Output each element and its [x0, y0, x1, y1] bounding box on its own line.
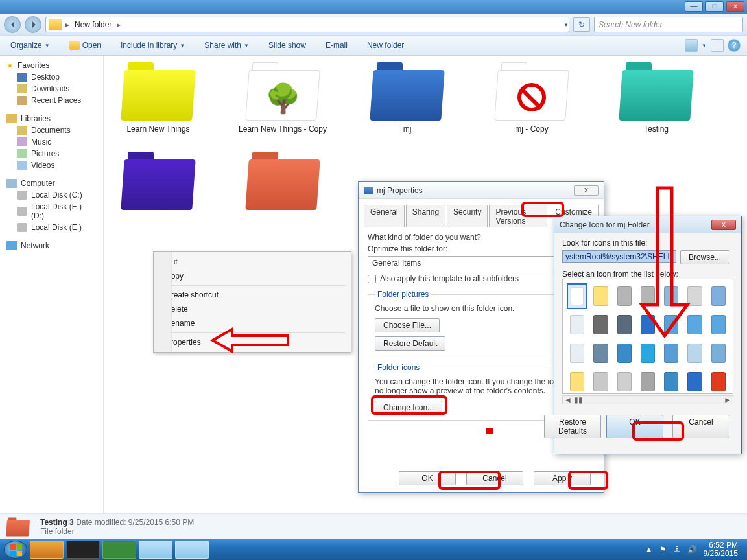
sidebar-computer-header[interactable]: Computer	[0, 178, 103, 189]
sidebar-item-recent[interactable]: Recent Places	[0, 95, 103, 106]
checkbox-input[interactable]	[368, 275, 376, 283]
change-icon-close-button[interactable]: x	[711, 220, 736, 230]
sidebar-favorites-header[interactable]: ★Favorites	[0, 60, 103, 71]
sidebar-item-documents[interactable]: Documents	[0, 124, 103, 136]
sidebar-item-downloads[interactable]: Downloads	[0, 83, 103, 95]
refresh-button[interactable]: ↻	[573, 18, 590, 32]
icon-choice[interactable]	[637, 369, 658, 394]
ctx-properties[interactable]: Properties	[155, 335, 350, 349]
properties-tab-previous-versions[interactable]: Previous Versions	[489, 205, 547, 228]
icon-choice[interactable]	[684, 283, 705, 309]
ctx-delete[interactable]: Delete	[155, 302, 350, 316]
icon-choice[interactable]	[661, 369, 682, 394]
properties-tab-sharing[interactable]: Sharing	[406, 205, 445, 228]
taskbar-item[interactable]	[66, 541, 100, 559]
new-folder-button[interactable]: New folder	[363, 39, 408, 52]
icon-choice[interactable]	[590, 340, 611, 366]
view-mode-dropdown-icon[interactable]: ▼	[702, 43, 707, 49]
file-item[interactable]	[237, 152, 328, 214]
icon-choice[interactable]	[590, 312, 611, 338]
breadcrumb-segment[interactable]: New folder	[71, 20, 115, 29]
sidebar-item-pictures[interactable]: Pictures	[0, 148, 103, 159]
restore-defaults-button[interactable]: Restore Defaults	[544, 415, 601, 438]
search-input[interactable]: Search New folder	[594, 17, 743, 32]
window-close-button[interactable]: x	[726, 1, 744, 12]
tray-chevron-icon[interactable]: ▲	[645, 545, 653, 554]
file-item[interactable]: mj - Copy	[486, 62, 577, 134]
icon-choice[interactable]	[708, 369, 729, 394]
icon-choice[interactable]	[661, 340, 682, 366]
sidebar-item-disk-c[interactable]: Local Disk (C:)	[0, 189, 103, 201]
email-button[interactable]: E-mail	[322, 39, 351, 52]
icon-grid-scrollbar[interactable]: ◄ ▮▮►	[562, 395, 733, 404]
file-item[interactable]: Testing	[611, 62, 702, 134]
icon-choice[interactable]	[590, 283, 611, 309]
back-button[interactable]	[4, 16, 21, 33]
file-item[interactable]: Learn New Things	[113, 62, 204, 134]
icon-choice[interactable]	[567, 283, 587, 309]
ctx-rename[interactable]: Rename	[155, 316, 350, 331]
change-icon-titlebar[interactable]: Change Icon for mj Folder x	[554, 216, 741, 233]
ctx-copy[interactable]: Copy	[155, 269, 350, 283]
preview-pane-button[interactable]	[711, 39, 724, 52]
sidebar-item-desktop[interactable]: Desktop	[0, 71, 103, 83]
restore-default-button[interactable]: Restore Default	[375, 336, 445, 351]
icon-choice[interactable]	[637, 340, 658, 366]
sidebar-item-music[interactable]: Music	[0, 136, 103, 148]
ctx-create-shortcut[interactable]: Create shortcut	[155, 288, 350, 302]
icon-choice[interactable]	[708, 340, 729, 366]
icon-path-input[interactable]	[562, 250, 676, 263]
start-button[interactable]	[4, 541, 27, 559]
help-button[interactable]: ?	[728, 39, 741, 52]
taskbar-item-chrome[interactable]	[139, 541, 172, 559]
tray-volume-icon[interactable]: 🔊	[687, 545, 697, 554]
properties-apply-button[interactable]: Apply	[534, 471, 591, 485]
icon-choice[interactable]	[684, 369, 705, 394]
file-item[interactable]: mj	[362, 62, 453, 134]
include-library-menu[interactable]: Include in library ▼	[117, 39, 189, 52]
icon-choice[interactable]	[708, 283, 729, 309]
address-bar[interactable]: ▸ New folder ▸ ▼	[45, 17, 569, 32]
icon-choice[interactable]	[614, 340, 635, 366]
properties-close-button[interactable]: x	[574, 185, 599, 196]
properties-tab-security[interactable]: Security	[447, 205, 488, 228]
icon-choice[interactable]	[684, 340, 705, 366]
address-dropdown-icon[interactable]: ▼	[563, 22, 569, 28]
system-tray[interactable]: ▲ ⚑ 🖧 🔊 6:52 PM 9/25/2015	[645, 541, 743, 558]
properties-tab-general[interactable]: General	[364, 205, 405, 228]
icon-choice[interactable]	[567, 369, 587, 394]
icon-grid[interactable]	[562, 279, 733, 394]
sidebar-network-header[interactable]: Network	[0, 240, 103, 251]
slideshow-button[interactable]: Slide show	[265, 39, 310, 52]
tray-flag-icon[interactable]: ⚑	[659, 545, 667, 554]
change-icon-ok-button[interactable]: OK	[606, 415, 663, 438]
icon-choice[interactable]	[614, 312, 635, 338]
ctx-cut[interactable]: Cut	[155, 255, 350, 269]
sidebar-item-disk-e[interactable]: Local Disk (E:)	[0, 222, 103, 233]
properties-titlebar[interactable]: mj Properties x	[359, 182, 604, 199]
icon-choice[interactable]	[614, 283, 635, 309]
tray-network-icon[interactable]: 🖧	[673, 545, 681, 554]
forward-button[interactable]	[25, 16, 42, 33]
properties-ok-button[interactable]: OK	[399, 471, 456, 485]
change-icon-cancel-button[interactable]: Cancel	[672, 415, 729, 438]
sidebar-libraries-header[interactable]: Libraries	[0, 113, 103, 124]
taskbar-item[interactable]	[102, 541, 136, 559]
file-item[interactable]: 🌳Learn New Things - Copy	[237, 62, 328, 134]
open-button[interactable]: Open	[65, 39, 105, 52]
browse-button[interactable]: Browse...	[680, 250, 729, 264]
choose-file-button[interactable]: Choose File...	[375, 318, 440, 332]
sidebar-item-disk-d[interactable]: Local Disk (E:) (D:)	[0, 201, 103, 222]
icon-choice[interactable]	[708, 312, 729, 338]
change-icon-button[interactable]: Change Icon...	[375, 401, 442, 415]
icon-choice[interactable]	[637, 283, 658, 309]
properties-cancel-button[interactable]: Cancel	[466, 471, 523, 485]
share-with-menu[interactable]: Share with ▼	[200, 39, 253, 52]
icon-choice[interactable]	[567, 340, 587, 366]
window-minimize-button[interactable]: —	[685, 1, 703, 12]
icon-choice[interactable]	[590, 369, 611, 394]
organize-menu[interactable]: Organize ▼	[6, 39, 54, 52]
taskbar-item-explorer[interactable]	[175, 541, 209, 559]
icon-choice[interactable]	[684, 312, 705, 338]
sidebar-item-videos[interactable]: Videos	[0, 159, 103, 171]
